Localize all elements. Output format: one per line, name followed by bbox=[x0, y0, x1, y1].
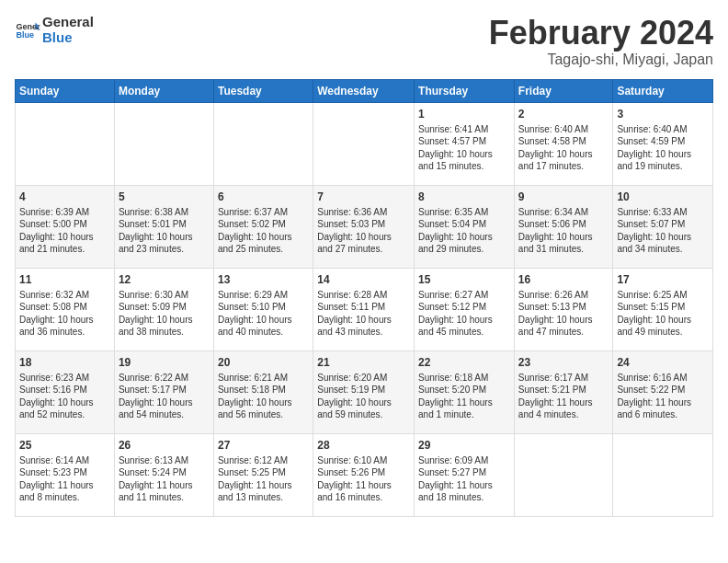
logo-general: General bbox=[42, 15, 94, 30]
day-number: 12 bbox=[119, 272, 210, 287]
logo-icon: General Blue bbox=[15, 17, 40, 43]
calendar-cell: 19Sunrise: 6:22 AM Sunset: 5:17 PM Dayli… bbox=[114, 350, 213, 433]
day-number: 7 bbox=[317, 190, 410, 204]
calendar-cell: 10Sunrise: 6:33 AM Sunset: 5:07 PM Dayli… bbox=[613, 185, 713, 268]
day-number: 29 bbox=[418, 438, 510, 453]
subtitle: Tagajo-shi, Miyagi, Japan bbox=[489, 52, 713, 68]
day-info: Sunrise: 6:35 AM Sunset: 5:04 PM Dayligh… bbox=[418, 206, 510, 256]
day-info: Sunrise: 6:22 AM Sunset: 5:17 PM Dayligh… bbox=[119, 372, 210, 421]
day-info: Sunrise: 6:32 AM Sunset: 5:08 PM Dayligh… bbox=[19, 289, 110, 339]
day-number: 16 bbox=[518, 272, 609, 287]
day-number: 25 bbox=[19, 438, 110, 453]
calendar-cell: 18Sunrise: 6:23 AM Sunset: 5:16 PM Dayli… bbox=[16, 350, 115, 433]
day-info: Sunrise: 6:28 AM Sunset: 5:11 PM Dayligh… bbox=[317, 289, 410, 339]
day-number: 26 bbox=[119, 438, 210, 453]
day-number: 15 bbox=[418, 272, 510, 287]
calendar-cell: 28Sunrise: 6:10 AM Sunset: 5:26 PM Dayli… bbox=[313, 433, 415, 516]
day-number: 11 bbox=[19, 272, 110, 287]
calendar-cell bbox=[313, 102, 415, 185]
day-info: Sunrise: 6:39 AM Sunset: 5:00 PM Dayligh… bbox=[19, 206, 110, 256]
day-info: Sunrise: 6:13 AM Sunset: 5:24 PM Dayligh… bbox=[119, 454, 210, 504]
day-info: Sunrise: 6:12 AM Sunset: 5:25 PM Dayligh… bbox=[218, 454, 309, 504]
day-info: Sunrise: 6:18 AM Sunset: 5:20 PM Dayligh… bbox=[418, 372, 510, 421]
day-number: 27 bbox=[218, 438, 309, 453]
day-number: 13 bbox=[218, 272, 309, 287]
weekday-header-wednesday: Wednesday bbox=[313, 79, 415, 102]
month-title: February 2024 bbox=[489, 15, 713, 52]
day-number: 28 bbox=[317, 438, 410, 453]
calendar-cell: 8Sunrise: 6:35 AM Sunset: 5:04 PM Daylig… bbox=[415, 185, 515, 268]
calendar-cell: 12Sunrise: 6:30 AM Sunset: 5:09 PM Dayli… bbox=[114, 268, 213, 350]
week-row-4: 25Sunrise: 6:14 AM Sunset: 5:23 PM Dayli… bbox=[16, 433, 713, 516]
day-number: 20 bbox=[218, 355, 309, 370]
calendar-cell: 25Sunrise: 6:14 AM Sunset: 5:23 PM Dayli… bbox=[16, 433, 115, 516]
day-info: Sunrise: 6:09 AM Sunset: 5:27 PM Dayligh… bbox=[418, 454, 510, 504]
calendar-cell bbox=[16, 102, 115, 185]
day-info: Sunrise: 6:30 AM Sunset: 5:09 PM Dayligh… bbox=[119, 289, 210, 339]
calendar-cell bbox=[613, 433, 713, 516]
day-info: Sunrise: 6:34 AM Sunset: 5:06 PM Dayligh… bbox=[518, 206, 609, 256]
calendar-cell: 4Sunrise: 6:39 AM Sunset: 5:00 PM Daylig… bbox=[16, 185, 115, 268]
calendar-cell: 22Sunrise: 6:18 AM Sunset: 5:20 PM Dayli… bbox=[415, 350, 515, 433]
day-number: 2 bbox=[518, 107, 609, 121]
day-number: 10 bbox=[617, 190, 709, 204]
weekday-header-row: SundayMondayTuesdayWednesdayThursdayFrid… bbox=[16, 79, 713, 102]
day-info: Sunrise: 6:36 AM Sunset: 5:03 PM Dayligh… bbox=[317, 206, 410, 256]
calendar-cell: 24Sunrise: 6:16 AM Sunset: 5:22 PM Dayli… bbox=[613, 350, 713, 433]
day-info: Sunrise: 6:16 AM Sunset: 5:22 PM Dayligh… bbox=[617, 372, 709, 421]
day-number: 14 bbox=[317, 272, 410, 287]
calendar-cell: 21Sunrise: 6:20 AM Sunset: 5:19 PM Dayli… bbox=[313, 350, 415, 433]
weekday-header-thursday: Thursday bbox=[415, 79, 515, 102]
calendar-cell: 5Sunrise: 6:38 AM Sunset: 5:01 PM Daylig… bbox=[114, 185, 213, 268]
day-number: 24 bbox=[617, 355, 709, 370]
logo-blue: Blue bbox=[42, 30, 94, 46]
day-info: Sunrise: 6:38 AM Sunset: 5:01 PM Dayligh… bbox=[119, 206, 210, 256]
week-row-2: 11Sunrise: 6:32 AM Sunset: 5:08 PM Dayli… bbox=[16, 268, 713, 350]
logo: General Blue General Blue bbox=[15, 15, 94, 45]
calendar-cell: 15Sunrise: 6:27 AM Sunset: 5:12 PM Dayli… bbox=[415, 268, 515, 350]
weekday-header-sunday: Sunday bbox=[16, 79, 115, 102]
day-info: Sunrise: 6:25 AM Sunset: 5:15 PM Dayligh… bbox=[617, 289, 709, 339]
day-number: 9 bbox=[518, 190, 609, 204]
day-info: Sunrise: 6:37 AM Sunset: 5:02 PM Dayligh… bbox=[218, 206, 309, 256]
week-row-0: 1Sunrise: 6:41 AM Sunset: 4:57 PM Daylig… bbox=[16, 102, 713, 185]
calendar-cell: 2Sunrise: 6:40 AM Sunset: 4:58 PM Daylig… bbox=[514, 102, 613, 185]
calendar-cell bbox=[514, 433, 613, 516]
day-number: 17 bbox=[617, 272, 709, 287]
calendar-cell: 7Sunrise: 6:36 AM Sunset: 5:03 PM Daylig… bbox=[313, 185, 415, 268]
day-number: 8 bbox=[418, 190, 510, 204]
calendar-cell: 16Sunrise: 6:26 AM Sunset: 5:13 PM Dayli… bbox=[514, 268, 613, 350]
day-number: 22 bbox=[418, 355, 510, 370]
header: General Blue General Blue February 2024 … bbox=[15, 15, 713, 68]
calendar-cell: 26Sunrise: 6:13 AM Sunset: 5:24 PM Dayli… bbox=[114, 433, 213, 516]
weekday-header-tuesday: Tuesday bbox=[213, 79, 313, 102]
day-info: Sunrise: 6:17 AM Sunset: 5:21 PM Dayligh… bbox=[518, 372, 609, 421]
calendar-cell: 27Sunrise: 6:12 AM Sunset: 5:25 PM Dayli… bbox=[213, 433, 313, 516]
day-info: Sunrise: 6:26 AM Sunset: 5:13 PM Dayligh… bbox=[518, 289, 609, 339]
day-info: Sunrise: 6:33 AM Sunset: 5:07 PM Dayligh… bbox=[617, 206, 709, 256]
day-number: 23 bbox=[518, 355, 609, 370]
calendar-cell: 20Sunrise: 6:21 AM Sunset: 5:18 PM Dayli… bbox=[213, 350, 313, 433]
calendar-cell bbox=[213, 102, 313, 185]
day-info: Sunrise: 6:14 AM Sunset: 5:23 PM Dayligh… bbox=[19, 454, 110, 504]
day-info: Sunrise: 6:27 AM Sunset: 5:12 PM Dayligh… bbox=[418, 289, 510, 339]
calendar-cell: 11Sunrise: 6:32 AM Sunset: 5:08 PM Dayli… bbox=[16, 268, 115, 350]
day-info: Sunrise: 6:10 AM Sunset: 5:26 PM Dayligh… bbox=[317, 454, 410, 504]
weekday-header-monday: Monday bbox=[114, 79, 213, 102]
day-info: Sunrise: 6:40 AM Sunset: 4:59 PM Dayligh… bbox=[617, 123, 709, 173]
day-number: 19 bbox=[119, 355, 210, 370]
day-info: Sunrise: 6:41 AM Sunset: 4:57 PM Dayligh… bbox=[418, 123, 510, 173]
day-number: 18 bbox=[19, 355, 110, 370]
day-number: 3 bbox=[617, 107, 709, 121]
weekday-header-friday: Friday bbox=[514, 79, 613, 102]
weekday-header-saturday: Saturday bbox=[613, 79, 713, 102]
week-row-1: 4Sunrise: 6:39 AM Sunset: 5:00 PM Daylig… bbox=[16, 185, 713, 268]
calendar-cell: 23Sunrise: 6:17 AM Sunset: 5:21 PM Dayli… bbox=[514, 350, 613, 433]
day-number: 21 bbox=[317, 355, 410, 370]
day-number: 1 bbox=[418, 107, 510, 121]
calendar-cell: 1Sunrise: 6:41 AM Sunset: 4:57 PM Daylig… bbox=[415, 102, 515, 185]
calendar-cell: 6Sunrise: 6:37 AM Sunset: 5:02 PM Daylig… bbox=[213, 185, 313, 268]
svg-text:General: General bbox=[16, 21, 40, 30]
calendar-cell bbox=[114, 102, 213, 185]
calendar-cell: 29Sunrise: 6:09 AM Sunset: 5:27 PM Dayli… bbox=[415, 433, 515, 516]
